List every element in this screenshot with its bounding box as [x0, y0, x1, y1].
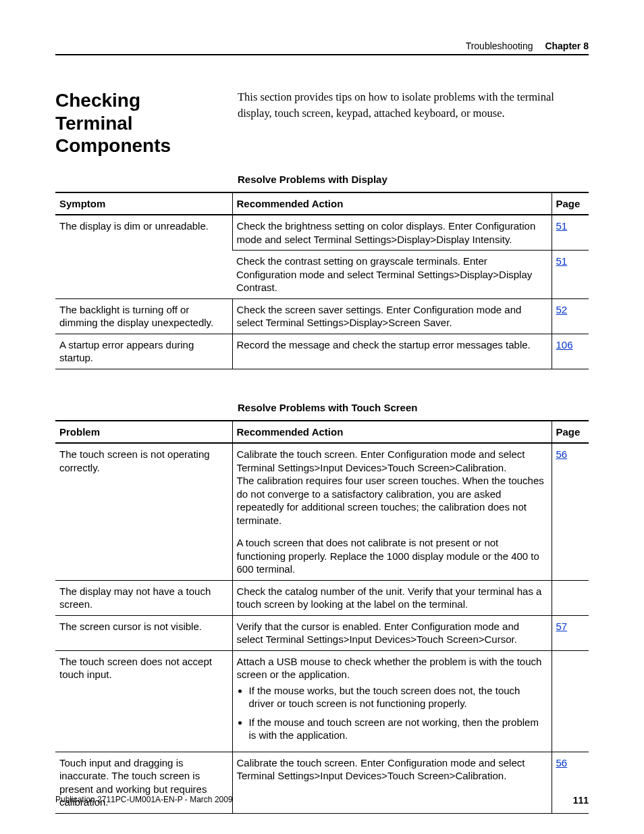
cell: Calibrate the touch screen. Enter Config… [232, 443, 552, 580]
table1-title: Resolve Problems with Display [238, 174, 589, 185]
t1-h3: Page [552, 192, 589, 215]
touch-problems-table: Problem Recommended Action Page The touc… [55, 420, 589, 814]
cell: The touch screen is not operating correc… [55, 443, 232, 580]
table-row: The touch screen does not accept touch i… [55, 650, 589, 752]
bullet: If the mouse works, but the touch screen… [249, 684, 546, 710]
header-rule [55, 54, 589, 55]
bullet-list: If the mouse works, but the touch screen… [237, 684, 546, 742]
page-link[interactable]: 51 [556, 220, 568, 232]
header-section: Troubleshooting [466, 41, 533, 51]
text: Calibrate the touch screen. Enter Config… [237, 448, 525, 473]
page-link[interactable]: 52 [556, 304, 568, 315]
text: A touch screen that does not calibrate i… [237, 537, 539, 575]
cell: Verify that the cursor is enabled. Enter… [232, 615, 552, 650]
cell: 52 [552, 298, 589, 334]
t1-h1: Symptom [55, 192, 232, 215]
t1-h2: Recommended Action [232, 192, 552, 215]
running-header: Troubleshooting Chapter 8 [55, 41, 589, 51]
text: The calibration requires four user scree… [237, 475, 544, 526]
cell [552, 650, 589, 752]
cell: Check the catalog number of the unit. Ve… [232, 580, 552, 615]
table-row: The display may not have a touch screen.… [55, 580, 589, 615]
cell: The backlight is turning off or dimming … [55, 298, 232, 334]
cell: 51 [552, 251, 589, 299]
page-link[interactable]: 56 [556, 757, 568, 768]
page-link[interactable]: 57 [556, 621, 568, 632]
table-row: The screen cursor is not visible. Verify… [55, 615, 589, 650]
cell: Check the screen saver settings. Enter C… [232, 298, 552, 334]
text: Attach a USB mouse to check whether the … [237, 656, 542, 681]
page-link[interactable]: 56 [556, 448, 568, 460]
section-intro: This section provides tips on how to iso… [238, 89, 589, 157]
display-problems-table: Symptom Recommended Action Page The disp… [55, 192, 589, 369]
header-chapter: Chapter 8 [545, 41, 589, 51]
cell: 106 [552, 334, 589, 369]
t2-h1: Problem [55, 421, 232, 444]
section-heading: Checking Terminal Components [55, 89, 217, 157]
page-footer: Publication 2711PC-UM001A-EN-P - March 2… [55, 795, 589, 806]
table-row: The display is dim or unreadable. Check … [55, 215, 589, 251]
cell: Record the message and check the startup… [232, 334, 552, 369]
cell: Check the contrast setting on grayscale … [232, 251, 552, 299]
cell: The screen cursor is not visible. [55, 615, 232, 650]
table-row: The backlight is turning off or dimming … [55, 298, 589, 334]
table-row: A startup error appears during startup. … [55, 334, 589, 369]
cell: Check the brightness setting on color di… [232, 215, 552, 251]
cell: A startup error appears during startup. [55, 334, 232, 369]
table-row: The touch screen is not operating correc… [55, 443, 589, 580]
cell [552, 580, 589, 615]
page-number: 111 [573, 795, 589, 806]
cell: Attach a USB mouse to check whether the … [232, 650, 552, 752]
t2-h2: Recommended Action [232, 421, 552, 444]
cell: The display may not have a touch screen. [55, 580, 232, 615]
cell: The touch screen does not accept touch i… [55, 650, 232, 752]
cell: 57 [552, 615, 589, 650]
cell: 51 [552, 215, 589, 251]
publication-id: Publication 2711PC-UM001A-EN-P - March 2… [55, 795, 233, 806]
bullet: If the mouse and touch screen are not wo… [249, 716, 546, 742]
cell: 56 [552, 443, 589, 580]
page-link[interactable]: 106 [556, 339, 573, 350]
page-link[interactable]: 51 [556, 255, 568, 267]
t2-h3: Page [552, 421, 589, 444]
cell: The display is dim or unreadable. [55, 215, 232, 298]
table2-title: Resolve Problems with Touch Screen [238, 402, 589, 413]
